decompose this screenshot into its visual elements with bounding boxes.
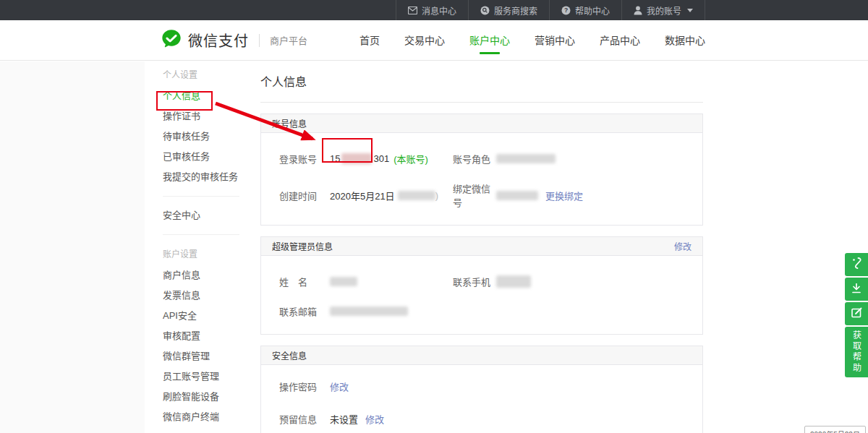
portal-name: 商户平台 bbox=[270, 33, 307, 47]
redacted-account-role bbox=[496, 154, 556, 163]
reserved-info-row: 预留信息 未设置 修改 bbox=[279, 412, 692, 426]
current-account-tag: (本账号) bbox=[393, 152, 428, 166]
sidebar-item-my-submitted-review[interactable]: 我提交的审核任务 bbox=[163, 167, 250, 187]
section-title: 安全信息 bbox=[272, 349, 307, 361]
sidebar-group-personal-settings: 个人设置 bbox=[163, 64, 250, 86]
sidebar: 个人设置 个人信息 操作证书 待审核任务 已审核任务 我提交的审核任务 安全中心… bbox=[145, 61, 250, 433]
page-title: 个人信息 bbox=[260, 61, 703, 102]
set-reserved-info-link[interactable]: 修改 bbox=[365, 412, 384, 426]
sidebar-item-staff-accounts[interactable]: 员工账号管理 bbox=[163, 366, 250, 387]
wechat-pay-logo-icon bbox=[161, 28, 182, 53]
nav-item-marketing-center[interactable]: 营销中心 bbox=[535, 20, 575, 61]
created-time-row: 创建时间 2020年5月21日 ) bbox=[279, 181, 453, 209]
redacted-admin-phone bbox=[496, 275, 531, 288]
main-nav: 首页 交易中心 账户中心 营销中心 产品中心 数据中心 bbox=[359, 20, 705, 61]
sidebar-item-merchant-info[interactable]: 商户信息 bbox=[163, 265, 250, 286]
operation-password-label: 操作密码 bbox=[279, 380, 330, 393]
login-account-row: 登录账号 15 301 (本账号) bbox=[279, 152, 453, 166]
nav-item-data-center[interactable]: 数据中心 bbox=[665, 20, 705, 61]
header-separator bbox=[259, 34, 260, 47]
main-content: 个人信息 账号信息 登录账号 15 301 (本账号) bbox=[260, 61, 703, 433]
sidebar-item-security-center[interactable]: 安全中心 bbox=[163, 205, 250, 226]
section-account-info: 账号信息 登录账号 15 301 (本账号) 账号角色 bbox=[260, 113, 703, 226]
admin-name-row: 姓 名 bbox=[279, 275, 453, 288]
redacted-login-middle bbox=[341, 153, 372, 164]
sidebar-divider bbox=[163, 196, 239, 197]
sidebar-item-wechat-group[interactable]: 微信群管理 bbox=[163, 346, 250, 366]
topbar-item-provider-search[interactable]: 服务商搜索 bbox=[468, 0, 549, 20]
bound-wechat-label: 绑定微信号 bbox=[453, 181, 496, 209]
admin-phone-row: 联系手机 bbox=[453, 275, 692, 288]
admin-email-row: 联系邮箱 bbox=[279, 304, 453, 318]
sidebar-item-review-config[interactable]: 审核配置 bbox=[163, 326, 250, 346]
section-security-info: 安全信息 操作密码 修改 预留信息 未设置 修改 预留信息是由你自己设置的一段文… bbox=[260, 346, 703, 433]
left-gutter bbox=[0, 61, 145, 433]
topbar-item-label: 帮助中心 bbox=[575, 4, 610, 17]
sidebar-item-api-security[interactable]: API安全 bbox=[163, 306, 250, 326]
title-divider bbox=[260, 102, 703, 103]
sidebar-divider bbox=[163, 234, 239, 235]
change-binding-link[interactable]: 更换绑定 bbox=[545, 189, 583, 202]
section-account-header: 账号信息 bbox=[261, 114, 702, 133]
section-title: 账号信息 bbox=[272, 117, 307, 129]
admin-phone-label: 联系手机 bbox=[453, 275, 496, 288]
hotline-icon bbox=[851, 257, 862, 273]
section-super-admin-body: 姓 名 联系手机 联系邮箱 bbox=[261, 256, 702, 334]
redacted-wechat-id bbox=[496, 191, 538, 200]
account-role-label: 账号角色 bbox=[453, 152, 496, 166]
nav-item-account-center[interactable]: 账户中心 bbox=[469, 20, 510, 61]
topbar: 消息中心 服务商搜索 ? 帮助中心 我的账号 bbox=[0, 0, 868, 20]
section-title: 超级管理员信息 bbox=[272, 240, 333, 252]
admin-name-label: 姓 名 bbox=[279, 275, 330, 288]
section-security-body: 操作密码 修改 预留信息 未设置 修改 预留信息是由你自己设置的一段文字，用来鉴… bbox=[261, 365, 702, 433]
sidebar-item-invoice-info[interactable]: 发票信息 bbox=[163, 286, 250, 306]
chevron-down-icon bbox=[687, 9, 693, 12]
feedback-icon bbox=[851, 306, 863, 322]
download-button[interactable] bbox=[845, 278, 868, 301]
edit-admin-link[interactable]: 修改 bbox=[674, 240, 692, 252]
sidebar-group-account-settings: 账户设置 bbox=[163, 244, 250, 265]
sidebar-item-personal-info[interactable]: 个人信息 bbox=[163, 86, 250, 106]
sidebar-item-reviewed[interactable]: 已审核任务 bbox=[163, 147, 250, 167]
date-tooltip: 2020年5月22日 bbox=[804, 426, 866, 433]
account-role-row: 账号角色 bbox=[453, 152, 692, 166]
feedback-button[interactable] bbox=[845, 302, 868, 325]
topbar-item-label: 我的账号 bbox=[647, 4, 681, 17]
get-help-button[interactable]: 获取帮助 bbox=[845, 327, 868, 377]
redacted-admin-email bbox=[330, 306, 408, 316]
sidebar-item-pending-review[interactable]: 待审核任务 bbox=[163, 127, 250, 147]
topbar-item-help[interactable]: ? 帮助中心 bbox=[549, 0, 621, 20]
user-icon bbox=[634, 6, 642, 15]
nav-item-trade-center[interactable]: 交易中心 bbox=[404, 20, 445, 61]
sidebar-item-merchant-terminal[interactable]: 微信商户终端 bbox=[163, 407, 250, 427]
brand[interactable]: 微信支付 bbox=[161, 28, 249, 53]
search-icon bbox=[480, 6, 490, 15]
login-account-value: 15 301 (本账号) bbox=[330, 152, 428, 166]
brand-name: 微信支付 bbox=[188, 30, 249, 51]
operation-password-row: 操作密码 修改 bbox=[279, 380, 692, 393]
bound-wechat-row: 绑定微信号 更换绑定 bbox=[453, 181, 692, 209]
topbar-item-label: 消息中心 bbox=[422, 4, 456, 17]
topbar-item-my-account[interactable]: 我的账号 bbox=[621, 0, 705, 20]
download-icon bbox=[851, 282, 862, 297]
change-password-link[interactable]: 修改 bbox=[330, 380, 349, 393]
topbar-item-messages[interactable]: 消息中心 bbox=[396, 0, 468, 20]
reserved-info-status: 未设置 bbox=[330, 412, 358, 426]
page-body: 个人设置 个人信息 操作证书 待审核任务 已审核任务 我提交的审核任务 安全中心… bbox=[0, 61, 868, 433]
nav-item-product-center[interactable]: 产品中心 bbox=[600, 20, 640, 61]
created-time-value: 2020年5月21日 ) bbox=[330, 189, 438, 202]
section-account-body: 登录账号 15 301 (本账号) 账号角色 创建时间 bbox=[261, 133, 702, 225]
login-account-label: 登录账号 bbox=[279, 152, 330, 166]
section-super-admin: 超级管理员信息 修改 姓 名 联系手机 联系邮箱 bbox=[260, 236, 703, 335]
get-help-label: 获取帮助 bbox=[851, 330, 863, 374]
section-super-admin-header: 超级管理员信息 修改 bbox=[261, 237, 702, 256]
redacted-created-time bbox=[398, 191, 435, 200]
sidebar-item-face-devices[interactable]: 刷脸智能设备 bbox=[163, 387, 250, 407]
nav-item-home[interactable]: 首页 bbox=[359, 20, 380, 61]
help-icon: ? bbox=[561, 6, 571, 15]
admin-email-label: 联系邮箱 bbox=[279, 304, 330, 318]
hotline-button[interactable] bbox=[845, 253, 868, 276]
redacted-admin-name bbox=[330, 277, 357, 286]
sidebar-item-operation-cert[interactable]: 操作证书 bbox=[163, 106, 250, 127]
reserved-info-label: 预留信息 bbox=[279, 412, 330, 426]
